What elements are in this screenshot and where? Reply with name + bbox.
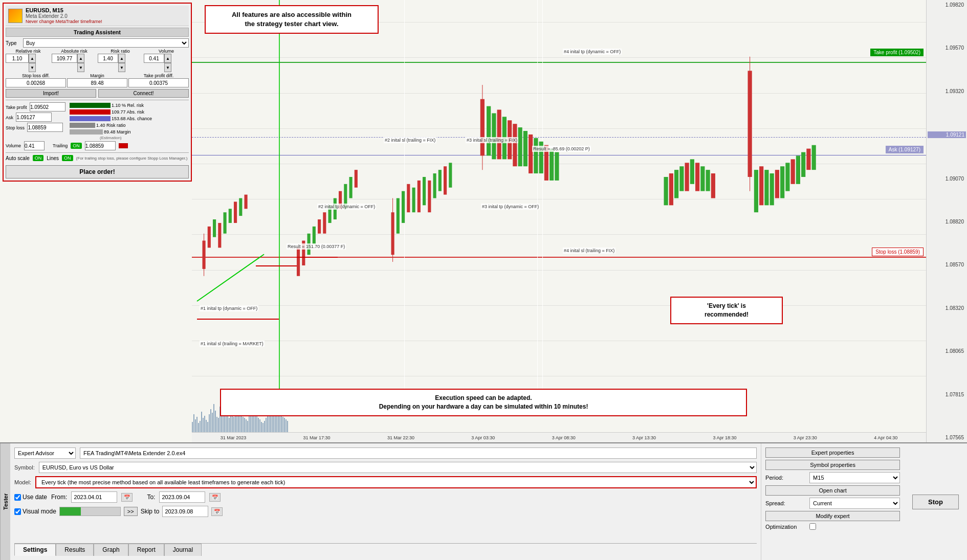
expert-type-select[interactable]: Expert Advisor <box>14 447 76 459</box>
svg-rect-33 <box>444 166 447 194</box>
tab-graph[interactable]: Graph <box>94 544 128 556</box>
type-select[interactable]: Buy Sell <box>23 38 189 48</box>
vol-bar <box>267 416 268 432</box>
tp-row: Take profit <box>6 102 65 111</box>
abs-risk-down[interactable]: ▼ <box>77 63 84 72</box>
vol-bar <box>195 419 196 432</box>
symbol-field-label: Symbol: <box>14 464 35 471</box>
import-button[interactable]: Import! <box>6 89 96 98</box>
chart-svg <box>192 0 926 396</box>
skip-to-input[interactable] <box>162 506 208 517</box>
import-connect-row: Import! Connect! <box>6 89 189 98</box>
tp-diff-label: Take profit diff. <box>128 73 189 78</box>
features-callout-text: All features are also accessible withint… <box>232 11 351 28</box>
tab-journal[interactable]: Journal <box>164 544 202 556</box>
autoscale-row: Auto scale ON Lines ON (For trailing sto… <box>6 155 189 161</box>
chart-area: 31 Mar 2023 31 Mar 17:30 31 Mar 22:30 3 … <box>0 0 967 442</box>
risk-bar-red <box>70 109 111 115</box>
every-tick-text: 'Every tick' isrecommended! <box>705 302 749 318</box>
stop-button[interactable]: Stop <box>912 495 959 509</box>
svg-rect-31 <box>433 173 436 198</box>
ask-value-input[interactable] <box>16 113 52 122</box>
tp-diff-input[interactable] <box>128 78 189 87</box>
tab-results[interactable]: Results <box>56 544 94 556</box>
panel-warning: Never change MetaTrader timeframe! <box>26 19 102 24</box>
visual-mode-checkbox[interactable] <box>14 508 21 515</box>
svg-rect-6 <box>229 209 232 223</box>
ask-row: Ask <box>6 113 65 122</box>
tab-settings[interactable]: Settings <box>14 544 56 556</box>
vol-bar <box>284 418 285 432</box>
modify-expert-button[interactable]: Modify expert <box>765 511 900 521</box>
use-date-checkbox[interactable] <box>14 494 21 501</box>
optimization-checkbox[interactable] <box>809 523 816 530</box>
tab-report[interactable]: Report <box>128 544 164 556</box>
symbol-properties-button[interactable]: Symbol properties <box>765 460 900 470</box>
risk-ratio-input[interactable] <box>98 54 118 63</box>
risk-ratio-down[interactable]: ▼ <box>118 63 125 72</box>
abs-risk-up[interactable]: ▲ <box>77 54 84 63</box>
sl-diff-label: Stop loss diff. <box>6 73 66 78</box>
rel-risk-down[interactable]: ▼ <box>29 63 36 72</box>
symbol-select[interactable]: EURUSD, Euro vs US Dollar <box>39 462 757 473</box>
from-date-input[interactable] <box>71 491 117 503</box>
main-container: 31 Mar 2023 31 Mar 17:30 31 Mar 22:30 3 … <box>0 0 967 560</box>
connect-button[interactable]: Connect! <box>98 89 189 98</box>
execution-speed-callout: Execution speed can be adapted.Depending… <box>220 389 747 416</box>
spread-select[interactable]: Current <box>809 498 900 509</box>
svg-rect-38 <box>492 113 496 159</box>
rel-risk-input[interactable] <box>6 54 29 63</box>
vol-bar <box>256 416 257 432</box>
forward-button[interactable]: >> <box>124 507 138 516</box>
annotation-7: #4 inital tp (dynamic = OFF) <box>563 49 622 55</box>
model-select[interactable]: Every tick (the most precise method base… <box>35 476 757 488</box>
vol-display-label: Volume <box>6 143 21 148</box>
vol-display-input[interactable] <box>24 141 45 150</box>
abs-risk-input[interactable] <box>52 54 77 63</box>
vol-bar <box>233 417 234 432</box>
tester-tabs: Settings Results Graph Report Journal <box>14 543 757 556</box>
place-order-button[interactable]: Place order! <box>6 165 189 178</box>
risk-ratio-label: Risk ratio <box>98 49 143 54</box>
annotation-1: #1 inital tp (dynamic = OFF) <box>200 305 258 311</box>
spread-row: Spread: Current <box>765 498 900 509</box>
sl-tp-row: Stop loss diff. Margin Take profit diff. <box>6 73 189 87</box>
trailing-sl-input[interactable] <box>85 141 116 150</box>
visual-mode-field: Visual mode <box>14 508 56 515</box>
sl-diff-input[interactable] <box>6 78 66 87</box>
lines-toggle[interactable]: ON <box>62 155 73 161</box>
autoscale-toggle[interactable]: ON <box>33 155 44 161</box>
candlestick-chart <box>192 0 926 396</box>
estimation-text: (Estimation) <box>70 136 152 140</box>
risk-bar-3: 153.68 Abs. chance <box>70 116 152 121</box>
panel-logo <box>8 9 23 23</box>
volume-down[interactable]: ▼ <box>164 63 171 72</box>
skip-calendar-btn[interactable]: 📅 <box>211 507 223 516</box>
trailing-toggle[interactable]: ON <box>71 143 82 149</box>
tp-value-input[interactable] <box>30 102 65 111</box>
from-label: From: <box>51 494 67 501</box>
risk-ratio-up[interactable]: ▲ <box>118 54 125 63</box>
vol-bar <box>226 414 227 432</box>
sl-value-input[interactable] <box>27 123 63 132</box>
svg-rect-67 <box>775 170 779 198</box>
vol-bar <box>258 418 259 432</box>
margin-input[interactable] <box>67 78 127 87</box>
from-calendar-btn[interactable]: 📅 <box>121 493 133 502</box>
rel-risk-up[interactable]: ▲ <box>29 54 36 63</box>
to-calendar-btn[interactable]: 📅 <box>209 493 221 502</box>
volume-input[interactable] <box>144 54 164 63</box>
volume-up[interactable]: ▲ <box>164 54 171 63</box>
open-chart-button[interactable]: Open chart <box>765 485 900 496</box>
price-11: 1.07565 <box>928 435 966 440</box>
expert-path-input[interactable] <box>80 447 757 459</box>
vol-bar <box>227 416 228 432</box>
svg-rect-39 <box>497 110 501 160</box>
expert-properties-button[interactable]: Expert properties <box>765 447 900 458</box>
svg-rect-58 <box>700 166 705 191</box>
sl-step-1 <box>197 319 279 320</box>
svg-rect-4 <box>218 223 221 248</box>
risk-row: Relative risk ▲ ▼ Absolute risk <box>6 49 189 72</box>
to-date-input[interactable] <box>159 491 205 503</box>
period-select[interactable]: M15 <box>809 472 900 483</box>
